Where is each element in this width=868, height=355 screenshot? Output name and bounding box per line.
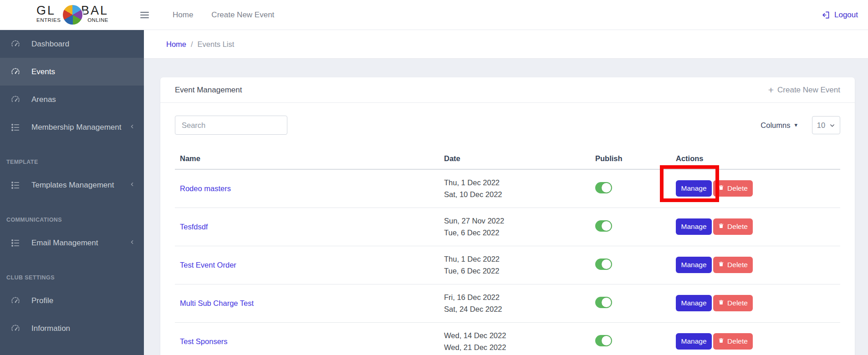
- controls-right: Columns ▾ 10: [761, 116, 840, 134]
- manage-button[interactable]: Manage: [676, 257, 712, 273]
- hamburger-menu-icon[interactable]: [140, 12, 149, 18]
- manage-button[interactable]: Manage: [676, 180, 712, 197]
- event-dates: Thu, 1 Dec 2022Tue, 6 Dec 2022: [444, 253, 590, 277]
- delete-button[interactable]: Delete: [713, 218, 753, 235]
- breadcrumb-current: Events List: [198, 40, 235, 49]
- create-new-event-button[interactable]: + Create New Event: [768, 86, 840, 95]
- create-new-event-label: Create New Event: [777, 86, 840, 95]
- event-dates: Wed, 14 Dec 2022Wed, 21 Dec 2022: [444, 330, 590, 353]
- sidebar-section-communications: COMMUNICATIONS: [0, 211, 144, 229]
- list-icon: [10, 180, 20, 190]
- page-size-select[interactable]: 10: [812, 116, 840, 134]
- sidebar-item-membership-management[interactable]: Membership Management: [0, 113, 144, 141]
- event-name-link[interactable]: Test Sponsers: [180, 337, 228, 345]
- sidebar-section-club-settings: CLUB SETTINGS: [0, 269, 144, 287]
- columns-dropdown[interactable]: Columns ▾: [761, 121, 797, 130]
- column-header-date: Date: [439, 148, 590, 169]
- publish-toggle[interactable]: [595, 335, 612, 346]
- sidebar-item-profile[interactable]: Profile: [0, 287, 144, 314]
- logout-button[interactable]: Logout: [821, 10, 858, 20]
- globe-icon: [62, 4, 83, 25]
- delete-button-label: Delete: [727, 337, 748, 345]
- page-size-value: 10: [817, 121, 825, 130]
- event-management-card: Event Management + Create New Event Colu…: [160, 77, 855, 355]
- chevron-left-icon: [128, 238, 136, 248]
- gauge-icon: [10, 95, 20, 105]
- trash-icon: [718, 184, 724, 193]
- event-name-link[interactable]: Test Event Order: [180, 261, 236, 269]
- event-dates: Fri, 16 Dec 2022Sat, 24 Dec 2022: [444, 291, 590, 315]
- table-row: Multi Sub Charge TestFri, 16 Dec 2022Sat…: [175, 284, 840, 322]
- event-name-link[interactable]: Rodeo masters: [180, 184, 231, 193]
- logo-text-online: ONLINE: [87, 17, 108, 23]
- sidebar-item-label: Events: [31, 67, 55, 76]
- delete-button-label: Delete: [727, 299, 748, 307]
- delete-button-label: Delete: [727, 184, 748, 193]
- chevron-left-icon: [128, 181, 136, 190]
- breadcrumb: Home / Events List: [144, 30, 868, 59]
- top-nav: Home Create New Event: [173, 10, 274, 20]
- publish-toggle[interactable]: [595, 259, 612, 270]
- logo-text-bal: BAL: [81, 4, 108, 17]
- events-table: NameDatePublishActions Rodeo mastersThu,…: [175, 148, 840, 355]
- publish-toggle[interactable]: [595, 297, 612, 308]
- event-dates: Sun, 27 Nov 2022Tue, 6 Dec 2022: [444, 215, 590, 238]
- table-row: Test SponsersWed, 14 Dec 2022Wed, 21 Dec…: [175, 322, 840, 355]
- sidebar: DashboardEventsArenasMembership Manageme…: [0, 30, 144, 355]
- caret-down-icon: ▾: [794, 123, 797, 127]
- sidebar-item-email-management[interactable]: Email Management: [0, 229, 144, 257]
- trash-icon: [718, 223, 724, 231]
- sidebar-item-templates-management[interactable]: Templates Management: [0, 171, 144, 199]
- logo-text-entries: ENTRIES: [36, 17, 61, 23]
- delete-button[interactable]: Delete: [713, 295, 753, 311]
- table-controls: Columns ▾ 10: [160, 103, 855, 148]
- gauge-icon: [10, 324, 20, 334]
- trash-icon: [718, 337, 724, 345]
- top-header: GL BAL ENTRIES ONLINE Home Create New Ev…: [0, 0, 868, 30]
- list-icon: [10, 238, 20, 248]
- event-name-link[interactable]: Tesfdsdf: [180, 223, 208, 231]
- delete-button[interactable]: Delete: [713, 333, 753, 350]
- sidebar-item-dashboard[interactable]: Dashboard: [0, 30, 144, 58]
- column-header-publish: Publish: [590, 148, 670, 169]
- sidebar-item-label: Email Management: [31, 238, 98, 248]
- column-header-name: Name: [175, 148, 439, 169]
- logout-label: Logout: [834, 10, 858, 20]
- gauge-icon: [10, 67, 20, 77]
- breadcrumb-separator: /: [191, 40, 193, 49]
- manage-button[interactable]: Manage: [676, 218, 712, 235]
- list-icon: [10, 122, 20, 132]
- table-row: TesfdsdfSun, 27 Nov 2022Tue, 6 Dec 2022M…: [175, 208, 840, 246]
- search-input[interactable]: [175, 116, 287, 135]
- column-header-actions: Actions: [670, 148, 840, 169]
- sidebar-item-label: Membership Management: [31, 123, 121, 132]
- delete-button-label: Delete: [727, 261, 748, 269]
- main-content: Event Management + Create New Event Colu…: [144, 59, 868, 355]
- gauge-icon: [10, 39, 20, 49]
- logout-icon: [821, 10, 830, 20]
- sidebar-item-arenas[interactable]: Arenas: [0, 86, 144, 113]
- manage-button[interactable]: Manage: [676, 295, 712, 311]
- chevron-down-icon: [829, 122, 835, 128]
- nav-create-new-event-link[interactable]: Create New Event: [211, 10, 274, 20]
- breadcrumb-home-link[interactable]: Home: [166, 40, 186, 49]
- delete-button[interactable]: Delete: [713, 180, 753, 197]
- card-header: Event Management + Create New Event: [160, 77, 855, 103]
- sidebar-section-template: TEMPLATE: [0, 153, 144, 171]
- publish-toggle[interactable]: [595, 182, 612, 193]
- sidebar-item-information[interactable]: Information: [0, 314, 144, 342]
- trash-icon: [718, 299, 724, 307]
- event-name-link[interactable]: Multi Sub Charge Test: [180, 299, 254, 307]
- delete-button[interactable]: Delete: [713, 257, 753, 273]
- manage-button[interactable]: Manage: [676, 333, 712, 350]
- publish-toggle[interactable]: [595, 220, 612, 232]
- event-dates: Thu, 1 Dec 2022Sat, 10 Dec 2022: [444, 177, 590, 200]
- logo-text-gl: GL: [36, 4, 56, 17]
- sidebar-item-label: Profile: [31, 296, 53, 305]
- plus-icon: +: [768, 86, 774, 94]
- table-row: Rodeo mastersThu, 1 Dec 2022Sat, 10 Dec …: [175, 169, 840, 208]
- sidebar-item-label: Information: [31, 324, 70, 333]
- sidebar-item-label: Arenas: [31, 95, 56, 104]
- sidebar-item-events[interactable]: Events: [0, 58, 144, 86]
- nav-home-link[interactable]: Home: [173, 10, 193, 20]
